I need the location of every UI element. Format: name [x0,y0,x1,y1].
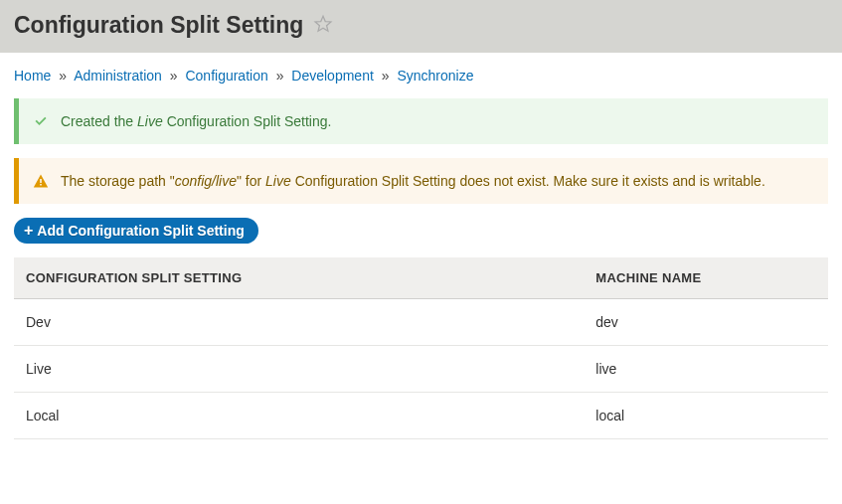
column-header-machine: Machine name [584,257,828,299]
page-title: Configuration Split Setting [14,12,303,39]
cell-name: Dev [14,299,584,346]
add-button-label: Add Configuration Split Setting [37,223,244,239]
cell-name: Live [14,346,584,393]
cell-machine: live [584,346,828,393]
table-row: Dev dev [14,299,828,346]
svg-marker-0 [315,16,331,31]
breadcrumb-link[interactable]: Administration [74,68,162,84]
breadcrumb-link[interactable]: Home [14,68,51,84]
status-message-success: Created the Live Configuration Split Set… [14,98,828,144]
breadcrumb-link[interactable]: Configuration [185,68,267,84]
star-icon[interactable] [313,14,333,37]
breadcrumb-sep: » [272,68,288,84]
breadcrumb-link[interactable]: Synchronize [397,68,473,84]
cell-machine: local [584,393,828,439]
message-text: Created the Live Configuration Split Set… [61,113,331,129]
check-icon [33,113,49,129]
cell-name: Local [14,393,584,439]
table-row: Local local [14,393,828,439]
message-text: The storage path "config/live" for Live … [61,173,765,189]
breadcrumb-link[interactable]: Development [291,68,374,84]
table-row: Live live [14,346,828,393]
breadcrumb: Home » Administration » Configuration » … [14,53,828,98]
cell-machine: dev [584,299,828,346]
add-configuration-split-button[interactable]: + Add Configuration Split Setting [14,218,258,244]
column-header-name: Configuration Split Setting [14,257,584,299]
page-header: Configuration Split Setting [0,0,842,53]
breadcrumb-sep: » [55,68,71,84]
breadcrumb-sep: » [166,68,182,84]
status-message-warning: The storage path "config/live" for Live … [14,158,828,204]
plus-icon: + [24,223,33,239]
warning-icon [33,173,49,189]
breadcrumb-sep: » [378,68,394,84]
config-splits-table: Configuration Split Setting Machine name… [14,257,828,439]
